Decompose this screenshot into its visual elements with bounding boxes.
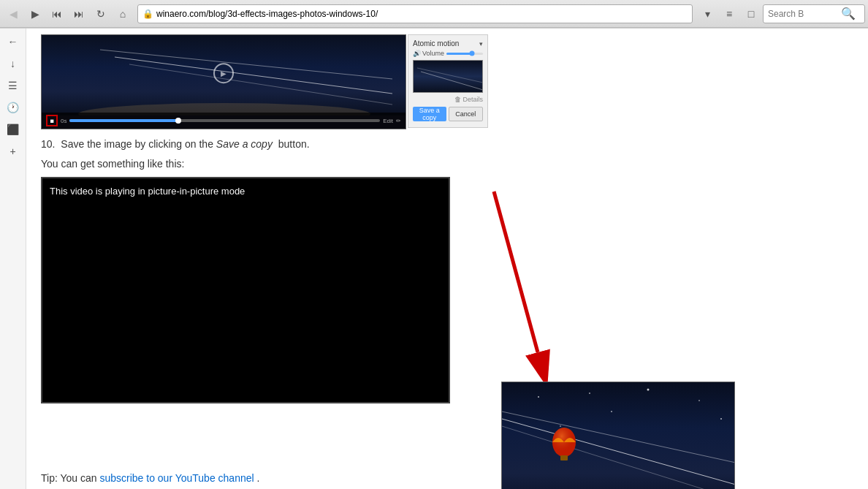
panel-dropdown[interactable]: ▾: [479, 40, 483, 48]
panel-buttons: Save a copy Cancel: [413, 107, 483, 121]
reader-button[interactable]: □: [741, 4, 761, 24]
tip-link[interactable]: subscribe to our YouTube channel: [99, 472, 254, 484]
address-text: winaero.com/blog/3d-effects-images-photo…: [156, 9, 688, 19]
volume-row: 🔊 Volume: [413, 50, 483, 57]
arrow-area: [472, 177, 560, 382]
preview-svg: [414, 61, 482, 92]
search-icon: 🔍: [841, 7, 856, 20]
home-button[interactable]: ⌂: [113, 4, 133, 24]
svg-point-9: [589, 393, 590, 394]
svg-line-0: [115, 57, 392, 94]
result-image-svg: [502, 382, 735, 489]
you-can-label: You can get something like this:: [41, 158, 184, 170]
svg-line-15: [502, 419, 735, 485]
menu-button[interactable]: ≡: [719, 4, 739, 24]
volume-fill: [446, 53, 472, 55]
svg-point-13: [560, 425, 561, 427]
volume-label: Volume: [422, 50, 444, 57]
step-text: 10. Save the image by clicking on the Sa…: [41, 137, 853, 152]
volume-slider[interactable]: [446, 53, 483, 55]
save-copy-button[interactable]: Save a copy: [413, 107, 446, 121]
sidebar-back-icon[interactable]: ←: [3, 31, 23, 52]
svg-point-12: [720, 418, 722, 420]
cancel-button[interactable]: Cancel: [449, 107, 484, 121]
tip-text: Tip: You can subscribe to our YouTube ch…: [41, 472, 259, 484]
forward-button[interactable]: ▶: [25, 4, 45, 24]
result-row: This video is playing in picture-in-pict…: [41, 177, 853, 403]
panel-header: Atomic motion ▾: [413, 39, 483, 48]
sidebar-media-icon[interactable]: ⬛: [3, 119, 23, 140]
progress-thumb[interactable]: [175, 118, 181, 124]
address-bar[interactable]: 🔒 winaero.com/blog/3d-effects-images-pho…: [137, 4, 693, 23]
lock-icon: 🔒: [142, 9, 153, 19]
main-layout: ← ↓ ☰ 🕐 ⬛ +: [0, 29, 868, 489]
svg-point-8: [538, 396, 539, 398]
tip-after: .: [257, 472, 260, 484]
side-panel: Atomic motion ▾ 🔊 Volume: [408, 34, 488, 128]
red-arrow-svg: [472, 177, 560, 382]
time-end: Edit: [383, 118, 393, 124]
progress-bar[interactable]: [69, 119, 380, 122]
step-italic: Save a copy: [216, 138, 273, 150]
svg-rect-21: [560, 455, 568, 460]
video-player: This video is playing in picture-in-pict…: [41, 177, 450, 403]
panel-title: Atomic motion: [413, 39, 459, 48]
skip-forward-button[interactable]: ⏭: [69, 4, 89, 24]
sidebar-history-icon[interactable]: 🕐: [3, 97, 23, 118]
sidebar-reader-icon[interactable]: ☰: [3, 75, 23, 96]
reload-button[interactable]: ↻: [91, 4, 111, 24]
sidebar: ← ↓ ☰ 🕐 ⬛ +: [0, 29, 26, 489]
time-elapsed: 0s: [61, 118, 66, 124]
dropdown-button[interactable]: ▾: [697, 4, 717, 24]
pip-text: This video is playing in picture-in-pict…: [50, 186, 245, 197]
svg-point-10: [647, 389, 650, 391]
svg-line-4: [421, 72, 482, 90]
preview-box: [413, 60, 483, 93]
main-content: ▶ ⏹ 0s Edit ✏: [26, 29, 868, 489]
tip-before: Tip: You can: [41, 472, 97, 484]
video-play-overlay[interactable]: ▶: [213, 63, 234, 83]
play-stop-button[interactable]: ⏹: [46, 115, 58, 126]
back-button[interactable]: ◀: [3, 4, 23, 24]
volume-thumb[interactable]: [470, 51, 475, 56]
sidebar-add-icon[interactable]: +: [3, 141, 23, 162]
svg-line-17: [502, 426, 735, 489]
svg-line-7: [494, 192, 538, 352]
editor-row: ▶ ⏹ 0s Edit ✏: [41, 34, 853, 129]
video-editor-screenshot: ▶ ⏹ 0s Edit ✏: [41, 34, 406, 129]
svg-point-14: [611, 411, 612, 412]
svg-line-2: [129, 64, 392, 105]
details-link[interactable]: 🗑 Details: [413, 96, 483, 103]
result-image: [501, 382, 735, 489]
skip-back-button[interactable]: ⏮: [47, 4, 67, 24]
you-can-text: You can get something like this:: [41, 158, 853, 170]
volume-icon: 🔊: [413, 50, 421, 57]
step-before: Save the image by clicking on the: [61, 138, 213, 150]
step-after: button.: [278, 138, 310, 150]
browser-chrome: ◀ ▶ ⏮ ⏭ ↻ ⌂ 🔒 winaero.com/blog/3d-effect…: [0, 0, 868, 29]
edit-button[interactable]: ✏: [396, 118, 401, 124]
sidebar-download-icon[interactable]: ↓: [3, 53, 23, 74]
content-inner: ▶ ⏹ 0s Edit ✏: [41, 29, 853, 403]
search-box[interactable]: 🔍: [763, 4, 865, 23]
video-controls: ⏹ 0s Edit ✏: [42, 113, 406, 129]
search-input[interactable]: [768, 9, 841, 19]
toolbar-right: ▾ ≡ □ 🔍: [697, 4, 865, 24]
progress-fill: [69, 119, 178, 122]
step-number: 10.: [41, 138, 55, 150]
svg-point-11: [698, 400, 700, 401]
toolbar: ◀ ▶ ⏮ ⏭ ↻ ⌂ 🔒 winaero.com/blog/3d-effect…: [0, 0, 868, 28]
